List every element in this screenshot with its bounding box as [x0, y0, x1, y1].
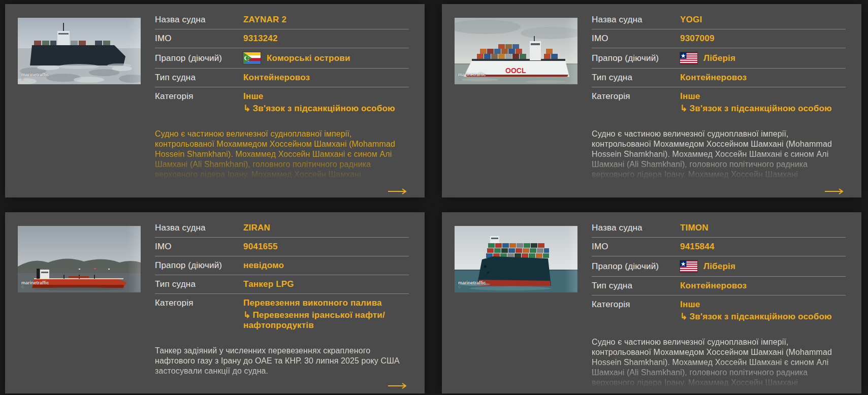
subcategory-arrow-glyph: ↳	[680, 312, 687, 321]
photo-watermark: marinetraffic ©	[21, 72, 49, 81]
field-row-imo: IMO 9307009	[592, 29, 846, 48]
liberia-flag-icon	[680, 260, 697, 272]
field-label-category: Категорія	[592, 91, 680, 102]
field-row-flag: Прапор (діючий) невідомо	[155, 256, 409, 275]
field-label-imo: IMO	[592, 34, 680, 44]
subcategory-text: Зв'язок з підсанкційною особою	[252, 104, 395, 113]
field-row-type: Тип судна Контейнеровоз	[592, 277, 846, 295]
flag-name: Ліберія	[703, 53, 735, 63]
photo-edge-blur	[564, 226, 577, 292]
field-row-name: Назва судна ZIRAN	[155, 219, 409, 238]
subcategory-text: Зв'язок з підсанкційною особою	[689, 312, 831, 321]
category-main: Інше	[680, 300, 832, 310]
ship-name-value: YOGI	[680, 15, 702, 25]
field-label-flag: Прапор (діючий)	[155, 260, 243, 271]
field-row-flag: Прапор (діючий) Ліберія	[592, 256, 846, 277]
subcategory-line: ↳Зв'язок з підсанкційною особою	[243, 103, 395, 114]
photo-edge-blur	[564, 18, 577, 84]
field-label-category: Категорія	[155, 91, 243, 102]
arrow-row	[155, 188, 409, 197]
subcategory-arrow-glyph: ↳	[680, 104, 687, 113]
field-label-imo: IMO	[592, 242, 680, 252]
field-row-category: Категорія Інше ↳Зв'язок з підсанкційною …	[155, 87, 409, 118]
field-label-name: Назва судна	[155, 15, 243, 25]
ship-type-value: Танкер LPG	[243, 279, 294, 289]
field-label-type: Тип судна	[155, 279, 243, 289]
field-row-category: Категорія Перевезення викопного палива ↳…	[155, 294, 409, 335]
photo-watermark: marinetraffic ©	[458, 280, 486, 289]
photo-edge-blur	[127, 18, 141, 84]
vessel-card[interactable]: marinetraffic © Назва судна ZIRAN IMO 90…	[5, 212, 425, 393]
imo-value: 9313242	[243, 34, 278, 44]
field-row-imo: IMO 9041655	[155, 238, 409, 256]
field-row-category: Категорія Інше ↳Зв'язок з підсанкційною …	[592, 87, 846, 118]
field-label-category: Категорія	[592, 300, 680, 310]
flag-value: Ліберія	[680, 260, 735, 272]
field-row-flag: Прапор (діючий) Ліберія	[592, 48, 846, 69]
field-row-imo: IMO 9415844	[592, 238, 846, 256]
field-row-type: Тип судна Танкер LPG	[155, 275, 409, 294]
field-row-name: Назва судна ZAYNAR 2	[155, 11, 409, 29]
vessel-card[interactable]: marinetraffic © Назва судна TIMON IMO 94…	[442, 212, 861, 393]
category-value: Інше ↳Зв'язок з підсанкційною особою	[680, 300, 832, 322]
long-right-arrow-icon	[824, 188, 845, 195]
watermark-text: marinetraffic	[21, 72, 49, 77]
details-arrow-link[interactable]	[824, 188, 845, 195]
arrow-row	[155, 382, 409, 391]
field-label-name: Назва судна	[592, 15, 680, 25]
photo-credit: ©	[21, 285, 49, 289]
field-label-name: Назва судна	[592, 223, 680, 233]
long-right-arrow-icon	[388, 188, 408, 195]
category-main: Інше	[243, 91, 395, 102]
watermark-text: marinetraffic	[458, 72, 486, 77]
photo-edge-blur	[127, 226, 141, 292]
field-label-type: Тип судна	[592, 73, 680, 83]
vessel-details: Назва судна YOGI IMO 9307009 Прапор (дію…	[592, 11, 846, 197]
ship-description: Судно є частиною величезної судноплавної…	[592, 129, 840, 182]
field-row-type: Тип судна Контейнеровоз	[155, 69, 409, 87]
watermark-text: marinetraffic	[21, 280, 49, 285]
field-label-name: Назва судна	[155, 223, 243, 233]
field-label-imo: IMO	[155, 242, 243, 252]
field-row-name: Назва судна YOGI	[592, 11, 846, 29]
category-value: Інше ↳Зв'язок з підсанкційною особою	[680, 91, 832, 114]
ship-type-value: Контейнеровоз	[680, 73, 747, 83]
field-label-type: Тип судна	[592, 281, 680, 291]
details-arrow-link[interactable]	[388, 188, 408, 195]
photo-watermark: marinetraffic ©	[21, 280, 49, 289]
field-label-category: Категорія	[155, 298, 243, 308]
flag-value: Ліберія	[680, 52, 735, 64]
ship-photo: marinetraffic ©	[18, 226, 141, 292]
comoros-flag-icon	[243, 52, 261, 64]
category-main: Інше	[680, 91, 832, 102]
photo-credit: ©	[458, 285, 486, 289]
field-label-flag: Прапор (діючий)	[155, 53, 243, 63]
ship-description: Судно є частиною величезної судноплавної…	[155, 129, 403, 182]
field-label-imo: IMO	[155, 34, 243, 44]
hull-logo-text: OOCL	[505, 67, 526, 75]
field-label-type: Тип судна	[155, 73, 243, 83]
field-label-flag: Прапор (діючий)	[592, 261, 680, 272]
ship-photo: marinetraffic ©	[18, 18, 141, 84]
subcategory-line: ↳Зв'язок з підсанкційною особою	[680, 311, 832, 322]
flag-value: Коморські острови	[243, 52, 350, 64]
field-row-type: Тип судна Контейнеровоз	[592, 69, 846, 87]
ship-description: Танкер задіяний у численних перевезеннях…	[155, 346, 403, 376]
subcategory-arrow-glyph: ↳	[243, 104, 250, 113]
watermark-text: marinetraffic	[458, 280, 486, 285]
details-arrow-link[interactable]	[388, 382, 408, 389]
vessel-card[interactable]: marinetraffic © Назва судна ZAYNAR 2 IMO…	[5, 4, 425, 198]
ship-description: Судно є частиною величезної судноплавної…	[592, 337, 840, 390]
subcategory-line: ↳Зв'язок з підсанкційною особою	[680, 103, 832, 114]
category-value: Перевезення викопного палива ↳Перевезенн…	[243, 298, 409, 331]
ship-type-value: Контейнеровоз	[243, 73, 310, 83]
vessel-details: Назва судна ZAYNAR 2 IMO 9313242 Прапор …	[155, 11, 409, 197]
photo-watermark: marinetraffic ©	[458, 72, 486, 81]
vessel-card[interactable]: OOCL marinetraffic © Назва судна YOGI IM…	[442, 4, 861, 198]
arrow-row	[592, 188, 846, 197]
ship-name-value: ZAYNAR 2	[243, 15, 286, 25]
imo-value: 9307009	[680, 34, 715, 44]
ship-name-value: ZIRAN	[243, 223, 270, 233]
imo-value: 9041655	[243, 242, 278, 252]
photo-credit: ©	[458, 77, 486, 81]
